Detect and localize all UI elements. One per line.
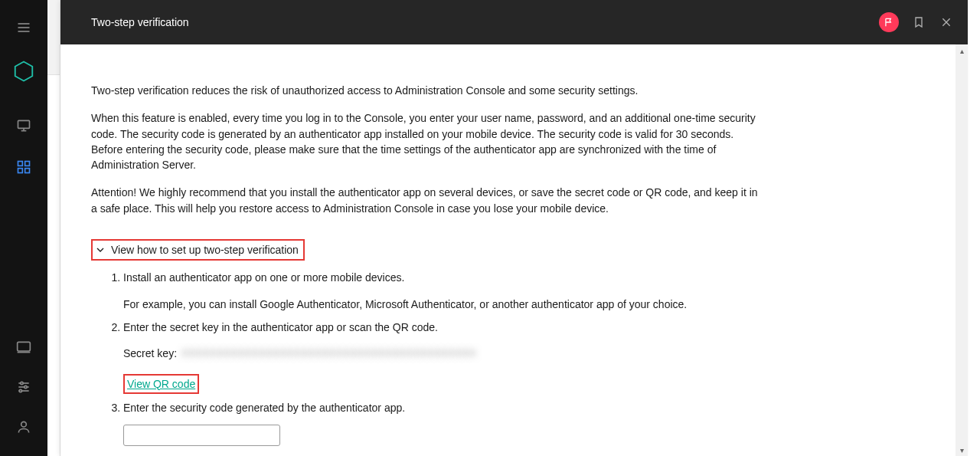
flag-icon[interactable] bbox=[879, 12, 899, 32]
bookmark-icon[interactable] bbox=[911, 15, 926, 30]
scrollbar[interactable]: ▴ ▾ bbox=[956, 44, 968, 456]
two-step-panel: Two-step verification Two-step verificat… bbox=[60, 0, 968, 456]
intro-para-1: Two-step verification reduces the risk o… bbox=[91, 83, 765, 98]
menu-icon[interactable] bbox=[15, 18, 33, 37]
underlying-page-strip bbox=[47, 0, 60, 456]
intro-para-2: When this feature is enabled, every time… bbox=[91, 110, 765, 172]
svg-rect-9 bbox=[18, 169, 23, 173]
svg-point-16 bbox=[24, 385, 27, 388]
scroll-down-icon[interactable]: ▾ bbox=[956, 444, 968, 456]
close-icon[interactable] bbox=[939, 15, 954, 30]
svg-rect-10 bbox=[25, 169, 30, 173]
expand-label: View how to set up two-step verification bbox=[111, 242, 299, 258]
intro-para-3: Attention! We highly recommend that you … bbox=[91, 185, 765, 216]
svg-point-14 bbox=[21, 382, 23, 384]
page-title: Two-step verification bbox=[91, 16, 189, 28]
view-qr-link[interactable]: View QR code bbox=[123, 374, 199, 394]
step-1-text: Install an authenticator app on one or m… bbox=[123, 271, 404, 284]
svg-point-19 bbox=[21, 422, 27, 427]
svg-point-18 bbox=[19, 389, 21, 392]
steps-list: Install an authenticator app on one or m… bbox=[91, 270, 795, 456]
panel-header: Two-step verification bbox=[60, 0, 968, 44]
svg-rect-7 bbox=[18, 162, 23, 166]
svg-rect-8 bbox=[25, 162, 30, 166]
expand-how-to[interactable]: View how to set up two-step verification bbox=[91, 239, 305, 261]
sliders-icon[interactable] bbox=[15, 378, 33, 396]
step-1: Install an authenticator app on one or m… bbox=[123, 270, 795, 312]
security-code-input[interactable] bbox=[123, 425, 280, 446]
step-3: Enter the security code generated by the… bbox=[123, 400, 795, 456]
apps-icon[interactable] bbox=[15, 158, 33, 176]
step-2-text: Enter the secret key in the authenticato… bbox=[123, 321, 438, 333]
logo-icon bbox=[12, 60, 35, 83]
app-sidebar bbox=[0, 0, 47, 456]
chevron-down-icon bbox=[94, 244, 106, 256]
svg-rect-4 bbox=[18, 120, 30, 128]
step-1-sub: For example, you can install Google Auth… bbox=[123, 297, 795, 312]
step-3-text: Enter the security code generated by the… bbox=[123, 402, 405, 414]
secret-key-value: XXXXXXXXXXXXXXXXXXXXXXXXXXXXXXXXXXXXXXXX… bbox=[181, 346, 476, 361]
scroll-up-icon[interactable]: ▴ bbox=[956, 44, 968, 57]
monitor-icon[interactable] bbox=[15, 116, 33, 135]
user-icon[interactable] bbox=[15, 418, 33, 436]
panel-body: Two-step verification reduces the risk o… bbox=[60, 44, 968, 456]
step-2: Enter the secret key in the authenticato… bbox=[123, 320, 795, 397]
svg-rect-11 bbox=[18, 342, 31, 351]
svg-marker-3 bbox=[15, 62, 33, 81]
device-icon[interactable] bbox=[15, 338, 33, 356]
secret-key-label: Secret key: bbox=[123, 346, 177, 361]
